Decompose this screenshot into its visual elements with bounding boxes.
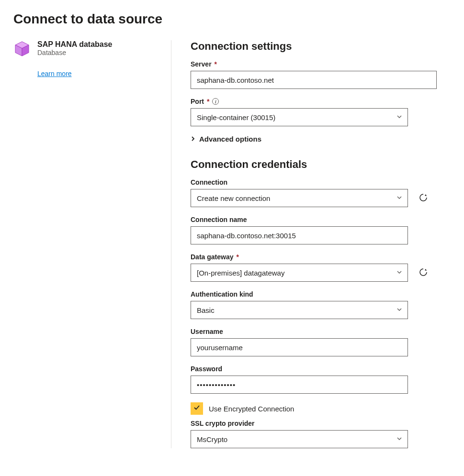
data-gateway-select[interactable]: [On-premises] datagateway (191, 264, 408, 282)
source-category: Database (37, 49, 113, 56)
connection-label: Connection (191, 178, 451, 186)
form-panel: Connection settings Server * Port * i Si… (171, 40, 451, 448)
advanced-options-toggle[interactable]: Advanced options (191, 135, 451, 143)
connection-credentials-heading: Connection credentials (191, 158, 451, 171)
server-input[interactable] (191, 71, 437, 89)
required-asterisk-icon: * (207, 98, 209, 105)
source-name: SAP HANA database (37, 40, 113, 49)
port-label: Port * i (191, 98, 451, 105)
ssl-provider-select[interactable]: MsCrypto (191, 430, 408, 448)
auth-kind-label: Authentication kind (191, 290, 451, 298)
port-select[interactable]: Single-container (30015) (191, 108, 408, 126)
password-input[interactable] (191, 376, 408, 394)
encrypted-connection-label: Use Encrypted Connection (209, 405, 294, 413)
connection-select[interactable]: Create new connection (191, 189, 408, 207)
checkmark-icon (193, 404, 201, 413)
info-icon[interactable]: i (212, 98, 219, 105)
server-label: Server * (191, 60, 451, 68)
connection-name-label: Connection name (191, 216, 451, 223)
password-label: Password (191, 365, 451, 373)
page-title: Connect to data source (13, 11, 451, 27)
refresh-icon (419, 267, 428, 278)
refresh-gateway-button[interactable] (417, 266, 430, 279)
chevron-right-icon (191, 135, 195, 143)
connection-settings-heading: Connection settings (191, 40, 451, 53)
required-asterisk-icon: * (215, 60, 217, 68)
auth-kind-select[interactable]: Basic (191, 301, 408, 319)
database-cube-icon (13, 40, 31, 57)
refresh-connection-button[interactable] (417, 191, 430, 205)
learn-more-link[interactable]: Learn more (37, 70, 72, 77)
ssl-provider-label: SSL crypto provider (191, 420, 451, 427)
username-input[interactable] (191, 338, 408, 356)
source-info-panel: SAP HANA database Database Learn more (13, 40, 171, 448)
refresh-icon (419, 193, 428, 204)
username-label: Username (191, 328, 451, 335)
encrypted-connection-checkbox[interactable] (191, 402, 203, 415)
connection-name-input[interactable] (191, 226, 408, 244)
data-gateway-label: Data gateway * (191, 253, 451, 261)
required-asterisk-icon: * (236, 253, 238, 261)
